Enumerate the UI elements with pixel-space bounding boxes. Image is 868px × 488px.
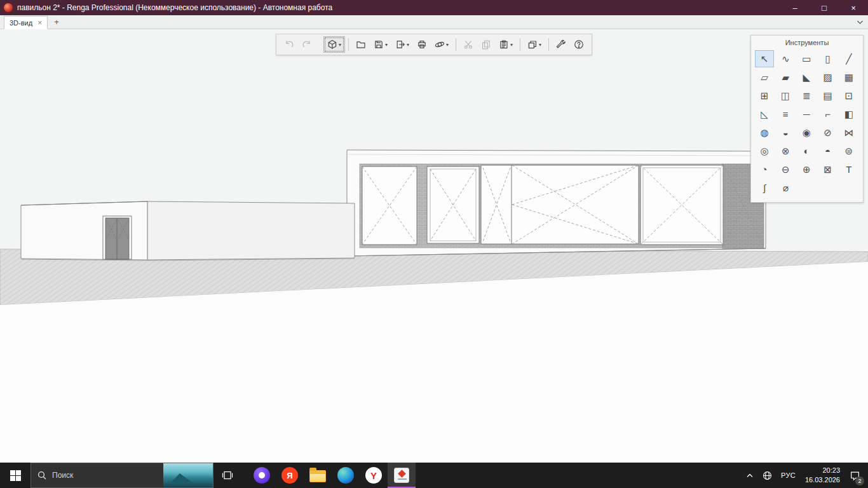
task-view-taskbar-button[interactable] <box>214 463 241 488</box>
opening-tool[interactable]: ▭ <box>797 50 816 67</box>
alice-taskbar-button[interactable] <box>248 463 276 488</box>
text-tool[interactable]: T <box>839 161 858 178</box>
clock-date: 16.03.2026 <box>805 475 840 485</box>
redo-button[interactable] <box>298 36 316 53</box>
beam-tool[interactable]: ⌐ <box>818 105 837 123</box>
equipment-tool[interactable]: ⊠ <box>818 161 837 178</box>
axis-grid-tool[interactable]: ⌀ <box>776 179 795 196</box>
plate-tool[interactable]: ◧ <box>839 105 858 123</box>
settings-button[interactable] <box>552 36 570 53</box>
network-icon[interactable] <box>758 463 776 488</box>
toolbar-separator <box>520 38 520 51</box>
edge-icon <box>337 467 354 484</box>
export-button[interactable]: ▾ <box>391 36 413 53</box>
ramp-tool[interactable]: ◺ <box>755 105 774 123</box>
duct-accessory-tool[interactable]: ⊜ <box>839 142 858 159</box>
entrance-door <box>103 216 132 259</box>
door-tool[interactable]: ◫ <box>776 87 795 104</box>
open-project-button[interactable] <box>352 36 370 53</box>
line-tool[interactable]: ─ <box>797 105 816 123</box>
language-indicator[interactable]: РУС <box>776 463 800 488</box>
dropdown-arrow-icon: ▾ <box>539 42 541 48</box>
paste-button[interactable]: ▾ <box>495 36 517 53</box>
assembly-tool[interactable]: ⊡ <box>839 87 858 104</box>
yandex-start-taskbar-button[interactable]: Я <box>276 463 304 488</box>
tools-panel: Инструменты ↖∿▭▯╱▱▰◣▨▦⊞◫≣▤⊡◺≡─⌐◧◍◒◉⊘⋈◎⊗◐… <box>750 35 864 203</box>
tab-3d-view[interactable]: 3D-вид × <box>4 16 48 29</box>
print-button[interactable] <box>413 36 431 53</box>
copy-icon <box>481 39 491 50</box>
orbit-view-button[interactable]: ▾ <box>431 36 452 53</box>
duct-fitting-tool[interactable]: ⊗ <box>776 142 795 159</box>
undo-button[interactable] <box>280 36 298 53</box>
route-tool[interactable]: ∫ <box>755 179 774 196</box>
railing-tool[interactable]: ≣ <box>797 87 816 104</box>
wall-tool[interactable]: ▦ <box>839 69 858 86</box>
duct-tool[interactable]: ◎ <box>755 142 774 159</box>
viewport-3d[interactable] <box>0 29 868 463</box>
cut-button[interactable] <box>459 36 477 53</box>
air-handler-tool[interactable]: ◐ <box>797 142 816 159</box>
select-tool[interactable]: ↖ <box>755 50 774 67</box>
light-fixture-tool[interactable]: ◔ <box>755 161 774 178</box>
building-left <box>21 201 355 261</box>
spline-tool[interactable]: ∿ <box>776 50 795 67</box>
layers-icon <box>527 39 538 50</box>
new-tab-button[interactable]: + <box>50 16 63 27</box>
edge-taskbar-button[interactable] <box>332 463 360 488</box>
roof-tool[interactable]: ◣ <box>797 69 816 86</box>
taskbar-search[interactable]: Поиск <box>31 463 214 488</box>
pipe-tool[interactable]: ⊘ <box>818 124 837 141</box>
export-icon <box>395 39 405 50</box>
maximize-button[interactable]: □ <box>810 0 839 15</box>
action-center-button[interactable]: 2 <box>845 463 865 488</box>
tank-tool[interactable]: ◒ <box>776 124 795 141</box>
orbit-icon <box>435 39 445 50</box>
hatch-tool[interactable]: ▨ <box>818 69 837 86</box>
tools-panel-title: Инструменты <box>751 36 863 48</box>
window-tool[interactable]: ⊞ <box>755 87 774 104</box>
app-window: павильон 2* - Renga Professional (Некомм… <box>0 0 868 488</box>
stair-tool[interactable]: ≡ <box>776 105 795 123</box>
news-widget-thumbnail[interactable] <box>163 463 213 487</box>
cube-icon <box>327 39 337 50</box>
socket-tool[interactable]: ⊕ <box>797 161 816 178</box>
save-button[interactable]: ▾ <box>370 36 391 53</box>
copy-button[interactable] <box>477 36 495 53</box>
yandex-browser-taskbar-button[interactable]: Y <box>360 463 388 488</box>
plumbing-fixture-tool[interactable]: ◍ <box>755 124 774 141</box>
tray-chevron-icon[interactable] <box>742 463 758 488</box>
taskbar-clock[interactable]: 20:23 16.03.2026 <box>800 463 845 488</box>
tab-list-chevron-icon[interactable] <box>857 20 863 24</box>
valve-tool[interactable]: ⋈ <box>839 124 858 141</box>
drawings-button[interactable]: ▾ <box>524 36 545 53</box>
tab-close-icon[interactable]: × <box>37 19 42 27</box>
switch-tool[interactable]: ⊖ <box>776 161 795 178</box>
pump-tool[interactable]: ◉ <box>797 124 816 141</box>
toolbar-separator <box>348 38 349 51</box>
yandex-start-icon: Я <box>281 467 298 484</box>
save-icon <box>374 39 384 50</box>
view-mode-button[interactable]: ▾ <box>323 36 345 53</box>
close-button[interactable]: × <box>839 0 868 15</box>
help-icon <box>574 39 584 50</box>
renga-taskbar-button[interactable] <box>388 463 416 488</box>
window-title: павильон 2* - Renga Professional (Некомм… <box>17 3 780 12</box>
taskbar: Поиск ЯY РУС 20:23 16.03.2026 <box>0 463 868 488</box>
toolbar-separator <box>548 38 549 51</box>
slab-tool[interactable]: ▰ <box>776 69 795 86</box>
redo-icon <box>302 39 312 50</box>
pen-tool[interactable]: ╱ <box>839 50 858 67</box>
help-button[interactable] <box>570 36 588 53</box>
search-icon <box>37 471 46 480</box>
start-button[interactable] <box>0 463 31 488</box>
diffuser-tool[interactable]: ◓ <box>818 142 837 159</box>
isolation-tool[interactable]: ▤ <box>818 87 837 104</box>
minimize-button[interactable]: – <box>780 0 810 15</box>
notification-badge: 2 <box>855 477 864 485</box>
floor-tool[interactable]: ▱ <box>755 69 774 86</box>
main-toolbar: ▾▾▾▾▾▾ <box>276 34 592 55</box>
column-tool[interactable]: ▯ <box>818 50 837 67</box>
taskbar-apps: ЯY <box>214 463 416 488</box>
explorer-taskbar-button[interactable] <box>304 463 332 488</box>
